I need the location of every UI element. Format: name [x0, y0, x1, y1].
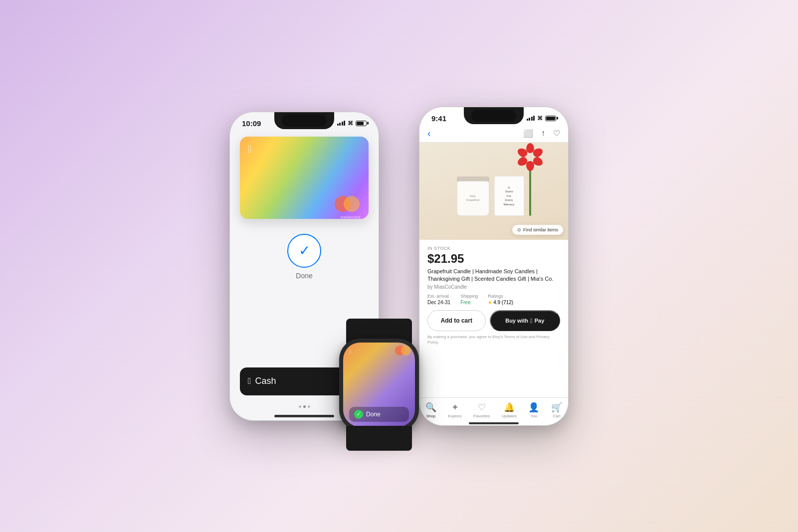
shipping-value: Free: [460, 300, 478, 305]
home-indicator-left: [274, 415, 334, 417]
watch-check-icon: ✓: [354, 410, 363, 419]
product-nav-bar: ‹ ⬜ ↑ ♡: [419, 125, 568, 143]
in-stock-label: IN STOCK: [427, 246, 560, 251]
apple-pay-logo: : [530, 317, 533, 325]
left-phone-wrapper: 10:09 ⌘: [229, 112, 379, 421]
rating-row: ★ 4.9 (712): [488, 300, 513, 305]
ratings-label: Ratings: [488, 294, 513, 299]
you-label: You: [531, 414, 538, 418]
meta-shipping: Shipping Free: [460, 294, 478, 305]
mastercard-logo: mastercard: [335, 196, 361, 212]
battery-icon-right: [545, 116, 556, 121]
product-seller: by MiasCoCandle: [427, 284, 560, 290]
flower-stem: [529, 166, 531, 216]
find-similar-icon: ⊙: [517, 227, 521, 232]
find-similar-button[interactable]: ⊙ Find similar items: [512, 225, 563, 235]
buy-with-apple-pay-button[interactable]: Buy with  Pay: [490, 310, 560, 331]
candle-label: EtsyGrapefruit: [466, 194, 480, 202]
status-icons-right: ⌘: [527, 115, 557, 122]
signal-icon-right: [527, 116, 535, 121]
time-left: 10:09: [242, 119, 261, 128]
cart-label: Cart: [553, 414, 561, 418]
mastercard-label: mastercard: [341, 215, 361, 219]
notch-pill-right: [471, 110, 516, 122]
apple-watch:  ✓ Done: [339, 339, 419, 431]
explore-label: Explore: [448, 414, 462, 418]
you-icon: 👤: [528, 402, 539, 413]
flower-head: [520, 147, 540, 166]
arrival-value: Dec 24-31: [427, 300, 450, 305]
watch-mastercard: [395, 346, 411, 355]
time-right: 9:41: [431, 114, 446, 123]
explore-icon: ✦: [451, 402, 459, 413]
cart-icon: 🛒: [551, 402, 562, 413]
add-to-cart-button[interactable]: Add to cart: [427, 310, 486, 331]
rating-value: 4.9 (712): [493, 300, 513, 305]
nav-tab-shop[interactable]: 🔍 Shop: [425, 402, 436, 418]
page-dot: [308, 405, 310, 408]
done-label: Done: [296, 272, 312, 280]
arrival-label: Est. arrival: [427, 294, 450, 299]
flower-stem-wrapper: [529, 166, 531, 216]
star-icon: ★: [488, 300, 492, 305]
battery-icon-left: [356, 121, 367, 126]
pay-label: Pay: [535, 318, 545, 324]
cash-label: Cash: [255, 376, 276, 386]
done-section: ✓ Done: [287, 234, 321, 280]
camera-icon[interactable]: ⬜: [523, 129, 533, 138]
purchase-note: By making a purchase, you agree to Etsy'…: [427, 334, 560, 345]
action-buttons: Add to cart Buy with  Pay: [427, 310, 560, 331]
page-dot: [299, 405, 301, 408]
product-title: Grapefruit Candle | Handmade Soy Candles…: [427, 268, 560, 283]
nav-tab-favorites[interactable]: ♡ Favorites: [473, 402, 490, 418]
share-icon[interactable]: ↑: [541, 129, 545, 138]
wifi-icon: ⌘: [348, 120, 353, 127]
signal-icon: [337, 121, 346, 126]
shop-label: Shop: [426, 414, 436, 418]
scent-card: AScentForEveryMemory: [494, 176, 524, 216]
find-similar-label: Find similar items: [523, 227, 558, 232]
phone-notch-left: [274, 112, 334, 129]
right-phone: 9:41 ⌘ ‹ ⬜ ↑ ♡: [419, 107, 569, 426]
watch-done-text: Done: [366, 411, 381, 418]
nav-icons: ⬜ ↑ ♡: [523, 129, 560, 138]
updates-label: Updates: [502, 414, 517, 418]
candle-jar-wrapper: EtsyGrapefruit: [457, 177, 489, 216]
nav-tab-cart[interactable]: 🛒 Cart: [551, 402, 562, 418]
apple-card:  mastercard: [240, 137, 369, 219]
scent-card-text: AScentForEveryMemory: [504, 185, 515, 206]
apple-logo-cash: : [248, 376, 251, 386]
product-info: IN STOCK $21.95 Grapefruit Candle | Hand…: [419, 240, 568, 397]
notch-pill: [282, 115, 327, 127]
back-button[interactable]: ‹: [427, 128, 431, 139]
product-price: $21.95: [427, 252, 560, 266]
nav-tab-updates[interactable]: 🔔 Updates: [502, 402, 517, 418]
meta-arrival: Est. arrival Dec 24-31: [427, 294, 450, 305]
favorites-icon: ♡: [478, 402, 486, 413]
nav-tab-you[interactable]: 👤 You: [528, 402, 539, 418]
favorites-label: Favorites: [473, 414, 490, 418]
page-dot-active: [303, 405, 306, 408]
shop-icon: 🔍: [425, 402, 436, 413]
shipping-label: Shipping: [460, 294, 478, 299]
product-meta: Est. arrival Dec 24-31 Shipping Free Rat…: [427, 294, 560, 305]
watch-band-bottom: [346, 426, 412, 451]
status-icons-left: ⌘: [337, 120, 367, 127]
nav-tab-explore[interactable]: ✦ Explore: [448, 402, 462, 418]
meta-ratings: Ratings ★ 4.9 (712): [488, 294, 513, 305]
apple-logo-card: : [248, 144, 361, 155]
updates-icon: 🔔: [504, 402, 515, 413]
candle-jar: EtsyGrapefruit: [457, 181, 489, 216]
heart-icon[interactable]: ♡: [553, 129, 560, 138]
bottom-nav: 🔍 Shop ✦ Explore ♡ Favorites 🔔 Updates 👤…: [419, 397, 568, 420]
wifi-icon-right: ⌘: [537, 115, 543, 122]
phone-notch-right: [464, 107, 524, 124]
watch-apple-logo: : [349, 349, 351, 355]
watch-done-row: ✓ Done: [349, 407, 409, 422]
main-scene: 10:09 ⌘: [229, 107, 569, 426]
watch-screen:  ✓ Done: [343, 343, 415, 427]
watch-body:  ✓ Done: [339, 339, 419, 431]
product-image: EtsyGrapefruit AScentForEveryMemory: [419, 143, 568, 240]
check-circle: ✓: [287, 234, 321, 268]
buy-with-text: Buy with: [505, 318, 528, 324]
